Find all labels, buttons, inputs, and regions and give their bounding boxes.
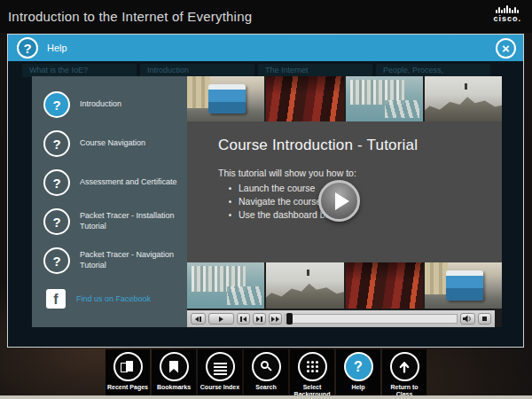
recent-pages-icon — [113, 352, 143, 381]
dock-item-bookmarks[interactable]: Bookmarks — [152, 349, 196, 399]
square-icon — [482, 317, 487, 321]
sidebar-item-label: Assessment and Certificate — [80, 177, 177, 188]
background-nav-item: What is the IoE? — [22, 64, 137, 77]
grid-dots-icon — [298, 352, 327, 381]
course-title: Introduction to the Internet of Everythi… — [0, 9, 252, 24]
window-title-bar: Introduction to the Internet of Everythi… — [0, 0, 532, 33]
progress-slider-thumb[interactable] — [286, 313, 293, 325]
photo-aerial-harbor — [346, 76, 423, 121]
sidebar-item-introduction[interactable]: ? Introduction — [32, 85, 187, 124]
tutorial-panel: Course Introduction - Tutorial This tuto… — [187, 76, 502, 327]
rewind-start-icon[interactable] — [191, 313, 206, 325]
bullet-item: Navigate the course map — [229, 196, 502, 207]
background-nav-item: People, Process, — [376, 64, 490, 77]
bullet-item: Launch the course — [229, 183, 502, 193]
dock-item-return-to-class[interactable]: Return to Class — [382, 349, 426, 399]
sidebar-item-assessment-certificate[interactable]: ? Assessment and Certificate — [32, 163, 187, 202]
sidebar-item-packet-tracer-navigation[interactable]: ? Packet Tracer - Navigation Tutorial — [32, 241, 187, 280]
fast-forward-icon[interactable] — [269, 313, 282, 325]
bullet-item: Use the dashboard buttons — [229, 209, 502, 220]
sidebar-item-label: Course Navigation — [80, 138, 145, 149]
sidebar-item-label: Packet Tracer - Installation Tutorial — [80, 211, 182, 231]
question-circle-icon: ? — [43, 247, 70, 274]
sidebar-item-packet-tracer-installation[interactable]: ? Packet Tracer - Installation Tutorial — [32, 202, 187, 241]
photo-tram-street — [425, 262, 502, 309]
step-back-icon[interactable] — [237, 313, 250, 325]
photo-mountain-rocks — [266, 262, 343, 309]
media-control-bar — [187, 310, 495, 327]
sidebar-item-label: Introduction — [80, 99, 121, 110]
close-icon[interactable]: × — [496, 38, 516, 59]
cisco-wordmark: cisco. — [493, 14, 521, 23]
up-arrow-icon — [390, 352, 419, 381]
tutorial-title: Course Introduction - Tutorial — [218, 137, 502, 154]
course-index-icon — [206, 352, 235, 381]
question-circle-icon: ? — [43, 91, 70, 118]
dock-item-recent-pages[interactable]: Recent Pages — [106, 349, 150, 399]
sidebar-item-course-navigation[interactable]: ? Course Navigation — [32, 124, 187, 163]
sidebar-item-label: Packet Tracer - Navigation Tutorial — [80, 250, 182, 270]
question-circle-icon: ? — [43, 169, 70, 196]
background-nav-item: The Internet — [258, 64, 372, 77]
help-topics-sidebar: ? Introduction ? Course Navigation ? Ass… — [32, 76, 187, 327]
facebook-link-label: Find us on Facebook — [76, 294, 151, 303]
tutorial-content: Course Introduction - Tutorial This tuto… — [187, 121, 502, 262]
search-icon — [252, 352, 281, 381]
background-nav-item: Introduction — [140, 64, 254, 77]
play-video-button[interactable] — [318, 180, 360, 222]
bookmark-icon — [160, 352, 189, 381]
help-badge-icon: ? — [17, 37, 38, 59]
bottom-edge-strip — [0, 395, 532, 399]
photo-tram-street — [187, 76, 264, 121]
facebook-link[interactable]: f Find us on Facebook — [32, 280, 187, 309]
dock-item-help[interactable]: ? Help — [336, 349, 380, 399]
dialog-title: Help — [47, 43, 67, 53]
photo-strip-top — [187, 76, 502, 121]
progress-slider[interactable] — [285, 314, 458, 324]
help-dialog-header: ? Help × — [8, 35, 523, 61]
photo-guitars — [266, 76, 343, 121]
photo-mountain-rocks — [425, 76, 502, 121]
question-circle-icon: ? — [43, 208, 70, 235]
dock-item-select-background[interactable]: Select Background — [290, 349, 334, 399]
facebook-icon: f — [46, 289, 66, 309]
step-forward-icon[interactable] — [253, 313, 266, 325]
tutorial-intro: This tutorial will show you how to: — [218, 168, 502, 178]
question-icon: ? — [344, 352, 373, 381]
cisco-bridge-icon — [496, 4, 519, 13]
photo-aerial-harbor — [187, 262, 264, 309]
dock-item-course-index[interactable]: Course Index — [198, 349, 242, 399]
play-icon[interactable] — [208, 313, 234, 325]
photo-strip-bottom — [187, 262, 502, 309]
tutorial-bullet-list: Launch the course Navigate the course ma… — [229, 183, 502, 220]
help-dialog: What is the IoE? Introduction The Intern… — [7, 34, 524, 348]
cisco-logo: cisco. — [493, 4, 521, 23]
dock-item-search[interactable]: Search — [244, 349, 288, 399]
question-circle-icon: ? — [43, 130, 70, 157]
stop-button[interactable] — [478, 313, 491, 325]
speaker-icon[interactable] — [460, 313, 475, 325]
dashboard-dock: Recent Pages Bookmarks Course Index Sear… — [106, 349, 426, 399]
photo-guitars — [346, 262, 423, 309]
